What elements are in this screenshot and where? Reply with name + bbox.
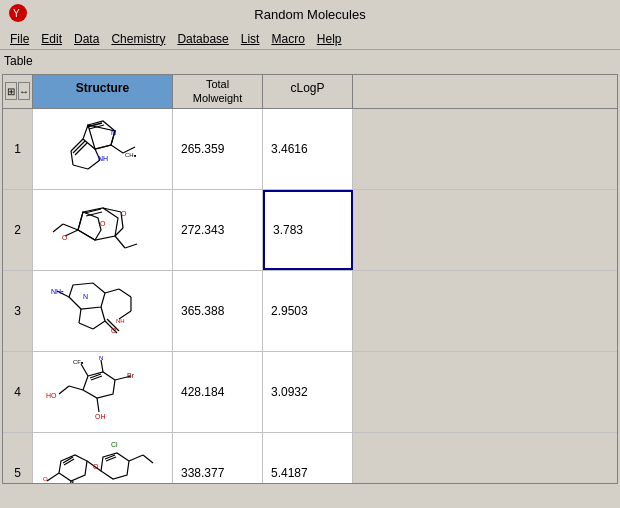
svg-line-74 (69, 481, 71, 483)
structure-cell-3: NH₂ N O NH (33, 271, 173, 351)
svg-line-37 (93, 321, 105, 329)
molweight-cell-2: 272.343 (173, 190, 263, 270)
svg-text:O: O (121, 210, 127, 217)
svg-text:O: O (43, 476, 48, 482)
svg-line-39 (105, 289, 119, 293)
menu-help[interactable]: Help (311, 30, 348, 48)
molweight-cell-4: 428.184 (173, 352, 263, 432)
svg-text:N: N (111, 129, 116, 136)
svg-line-6 (73, 165, 88, 169)
row-number-5: 5 (3, 433, 33, 483)
molweight-cell-1: 265.359 (173, 109, 263, 189)
svg-line-40 (119, 289, 131, 297)
svg-line-73 (143, 455, 153, 463)
svg-line-54 (59, 386, 69, 394)
svg-text:NH₂: NH₂ (51, 288, 64, 295)
svg-line-28 (53, 224, 63, 232)
table-row: 3 (3, 271, 617, 352)
rest-cell-1 (353, 109, 617, 189)
menu-chemistry[interactable]: Chemistry (105, 30, 171, 48)
table-row: 5 (3, 433, 617, 483)
svg-text:Br: Br (127, 372, 135, 379)
clogp-cell-1: 3.4616 (263, 109, 353, 189)
rest-cell-3 (353, 271, 617, 351)
svg-line-72 (129, 455, 143, 461)
molecule-2: O O O (43, 194, 163, 266)
structure-cell-5: O O O Cl (33, 433, 173, 483)
menu-list[interactable]: List (235, 30, 266, 48)
row-number-1: 1 (3, 109, 33, 189)
svg-text:N: N (83, 293, 88, 300)
svg-line-27 (63, 224, 78, 230)
menu-file[interactable]: File (4, 30, 35, 48)
menu-macro[interactable]: Macro (265, 30, 310, 48)
table-wrapper: ⊞ ↔ Structure Total Molweight cLogP 1 (2, 74, 618, 484)
svg-line-35 (79, 309, 81, 323)
clogp-cell-4: 3.0932 (263, 352, 353, 432)
menu-data[interactable]: Data (68, 30, 105, 48)
clogp-cell-2[interactable]: 3.783 (263, 190, 353, 270)
molweight-cell-3: 365.388 (173, 271, 263, 351)
molecule-1: NH N CH₃ (43, 113, 163, 185)
clogp-cell-3: 2.9503 (263, 271, 353, 351)
svg-text:O: O (62, 234, 68, 241)
rest-cell-5 (353, 433, 617, 483)
app-logo: Y (8, 3, 28, 26)
rest-cell-4 (353, 352, 617, 432)
rest-cell-2 (353, 190, 617, 270)
table-label: Table (4, 54, 33, 68)
svg-text:Y: Y (13, 8, 20, 19)
menu-bar: File Edit Data Chemistry Database List M… (0, 28, 620, 50)
structure-cell-4: Br OH HO N CF₃ (33, 352, 173, 432)
molecule-3: NH₂ N O NH (43, 275, 163, 347)
expand-icon[interactable]: ⊞ (5, 82, 17, 100)
structure-cell-1: NH N CH₃ (33, 109, 173, 189)
menu-database[interactable]: Database (171, 30, 234, 48)
svg-line-58 (81, 364, 88, 376)
svg-line-36 (79, 323, 93, 329)
structure-column-header: Structure (33, 75, 173, 108)
table-body: 1 (3, 109, 617, 483)
svg-line-5 (71, 151, 73, 165)
molweight-column-header: Total Molweight (173, 75, 263, 108)
svg-text:CH₃: CH₃ (125, 152, 137, 158)
row-number-4: 4 (3, 352, 33, 432)
toolbar-row: Table (0, 50, 620, 72)
svg-text:CF₃: CF₃ (73, 359, 84, 365)
main-content: Table ⊞ ↔ Structure Total Molweight cLog… (0, 50, 620, 486)
svg-text:N: N (99, 356, 103, 361)
svg-text:O: O (93, 463, 99, 470)
svg-text:Cl: Cl (111, 441, 118, 448)
svg-text:O: O (111, 327, 117, 334)
menu-edit[interactable]: Edit (35, 30, 68, 48)
molecule-5: O O O Cl (43, 437, 163, 483)
svg-line-57 (97, 398, 99, 412)
svg-text:O: O (100, 220, 106, 227)
svg-line-29 (115, 236, 125, 248)
svg-text:HO: HO (46, 392, 57, 399)
table-row: 4 (3, 352, 617, 433)
table-row: 1 (3, 109, 617, 190)
row-number-2: 2 (3, 190, 33, 270)
clogp-cell-5: 5.4187 (263, 433, 353, 483)
svg-line-53 (69, 386, 83, 390)
structure-cell-2: O O O (33, 190, 173, 270)
arrow-icon[interactable]: ↔ (18, 82, 30, 100)
svg-text:NH: NH (98, 155, 108, 162)
svg-marker-19 (78, 212, 101, 240)
svg-line-55 (101, 360, 103, 372)
title-bar: Y Random Molecules (0, 0, 620, 28)
svg-text:NH: NH (116, 318, 125, 324)
molecule-4: Br OH HO N CF₃ (43, 356, 163, 428)
table-row: 2 (3, 190, 617, 271)
svg-text:OH: OH (95, 413, 106, 420)
svg-line-30 (125, 244, 137, 248)
empty-header (353, 75, 617, 108)
window-title: Random Molecules (28, 7, 592, 22)
svg-line-71 (47, 473, 59, 481)
row-number-3: 3 (3, 271, 33, 351)
clogp-column-header: cLogP (263, 75, 353, 108)
svg-marker-64 (59, 455, 87, 481)
svg-line-38 (101, 307, 105, 321)
svg-line-13 (111, 145, 123, 153)
